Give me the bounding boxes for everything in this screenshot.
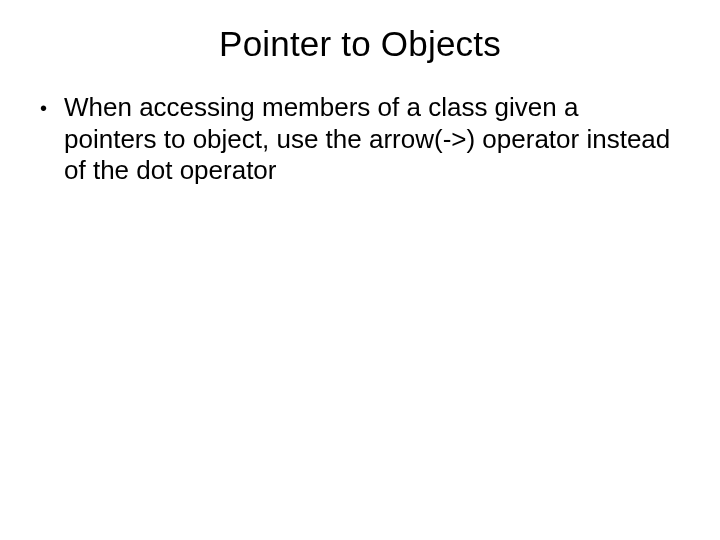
list-item: • When accessing members of a class give… bbox=[38, 92, 674, 187]
slide-body: • When accessing members of a class give… bbox=[36, 92, 684, 187]
bullet-marker-icon: • bbox=[38, 92, 64, 124]
bullet-text: When accessing members of a class given … bbox=[64, 92, 674, 187]
slide-title: Pointer to Objects bbox=[36, 24, 684, 64]
slide-container: Pointer to Objects • When accessing memb… bbox=[0, 0, 720, 540]
